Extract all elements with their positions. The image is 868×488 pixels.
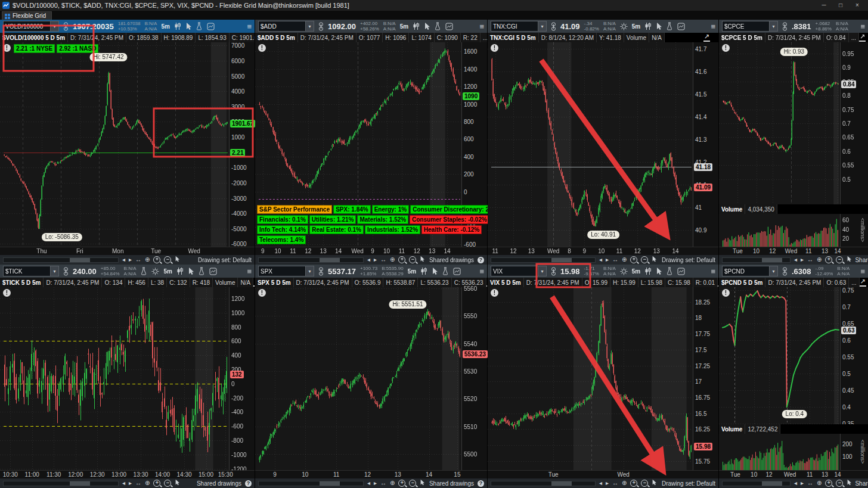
chevron-down-icon[interactable]: ▾ bbox=[50, 266, 58, 276]
scroll-left-icon[interactable]: ◂ bbox=[367, 479, 370, 487]
alert-icon[interactable]: ! bbox=[258, 44, 266, 52]
studies-icon[interactable] bbox=[666, 266, 673, 276]
zoom-out-icon[interactable]: − bbox=[836, 256, 843, 263]
cursor-tool-icon[interactable] bbox=[432, 266, 438, 276]
chart-scrollbar[interactable] bbox=[258, 481, 364, 486]
symbol-combo[interactable]: $TICK ▾ bbox=[3, 266, 59, 276]
scroll-left-icon[interactable]: ◂ bbox=[599, 256, 602, 264]
link-icon[interactable] bbox=[782, 266, 788, 276]
cursor-tool-icon[interactable] bbox=[185, 21, 191, 31]
pan-icon[interactable]: ↔ bbox=[612, 256, 618, 264]
menu-icon[interactable]: ≡ bbox=[479, 21, 484, 31]
menu-icon[interactable]: ≡ bbox=[711, 266, 715, 276]
time-axis[interactable]: TueWed bbox=[488, 470, 718, 478]
chart-style-icon[interactable] bbox=[174, 21, 181, 31]
studies-icon[interactable] bbox=[666, 21, 673, 31]
chart-scrollbar[interactable] bbox=[722, 481, 790, 486]
cursor-icon[interactable] bbox=[420, 479, 424, 488]
fit-scale-icon[interactable]: ↗ bbox=[486, 278, 487, 287]
price-chart[interactable] bbox=[719, 42, 840, 204]
drawing-set-label[interactable]: Shared drawings bbox=[197, 480, 241, 487]
alert-icon[interactable]: ! bbox=[3, 289, 11, 297]
price-chart[interactable] bbox=[255, 287, 461, 471]
drawing-set-label[interactable]: Drawing set: Default bbox=[662, 257, 715, 263]
studies-icon[interactable] bbox=[198, 266, 205, 276]
chevron-down-icon[interactable]: ▾ bbox=[538, 21, 546, 31]
time-axis[interactable]: Tue1012Wed111314 bbox=[719, 247, 868, 255]
cursor-tool-icon[interactable] bbox=[656, 266, 662, 276]
timeframe-button[interactable]: 5m bbox=[161, 23, 169, 30]
pan-icon[interactable]: ↔ bbox=[135, 479, 141, 487]
zoom-out-icon[interactable]: − bbox=[641, 480, 648, 487]
scroll-right-icon[interactable]: ▸ bbox=[374, 256, 377, 264]
chart-scrollbar[interactable] bbox=[722, 257, 790, 263]
scrollbar-thumb[interactable] bbox=[320, 258, 340, 262]
scrollbar-thumb[interactable] bbox=[762, 258, 782, 262]
chart-scrollbar[interactable] bbox=[491, 481, 596, 486]
symbol-combo[interactable]: VOLD/100000 ▾ bbox=[3, 21, 59, 32]
chart-scrollbar[interactable] bbox=[491, 257, 596, 263]
time-axis[interactable]: 111213Wed891011121314 bbox=[488, 247, 718, 255]
zoom-in-icon[interactable]: + bbox=[398, 256, 405, 263]
beaker-icon[interactable] bbox=[140, 266, 147, 276]
crosshair-icon[interactable]: ⊕ bbox=[817, 479, 822, 487]
maximize-button[interactable]: □ bbox=[832, 0, 849, 11]
fit-scale-icon[interactable]: ↗ bbox=[718, 278, 718, 287]
volume-chart[interactable] bbox=[719, 434, 840, 471]
menu-icon[interactable]: ≡ bbox=[247, 21, 252, 31]
menu-icon[interactable]: ≡ bbox=[247, 266, 252, 276]
scrollbar-thumb[interactable] bbox=[762, 481, 782, 486]
scroll-right-icon[interactable]: ▸ bbox=[129, 256, 132, 264]
time-axis[interactable]: 91011121314Wed91011121314 bbox=[255, 247, 487, 255]
scroll-right-icon[interactable]: ▸ bbox=[801, 256, 804, 264]
crosshair-icon[interactable]: ⊕ bbox=[622, 256, 627, 264]
drawing-set-label[interactable]: Shared drawings bbox=[429, 257, 474, 263]
drawing-tools-icon[interactable] bbox=[453, 266, 461, 276]
chevron-down-icon[interactable]: ▾ bbox=[769, 21, 777, 31]
menu-icon[interactable]: ≡ bbox=[860, 266, 865, 276]
price-chart[interactable] bbox=[0, 42, 229, 247]
fit-scale-icon[interactable]: ↗ bbox=[860, 278, 866, 287]
price-axis[interactable]: 55605550554055305520551055005536.23 bbox=[461, 287, 487, 471]
chart-scrollbar[interactable] bbox=[3, 481, 119, 486]
link-icon[interactable] bbox=[63, 266, 69, 276]
zoom-in-icon[interactable]: + bbox=[630, 480, 637, 487]
scrollbar-thumb[interactable] bbox=[70, 258, 90, 262]
drawing-tools-icon[interactable] bbox=[677, 21, 685, 31]
zoom-out-icon[interactable]: − bbox=[164, 480, 171, 487]
menu-icon[interactable]: ≡ bbox=[479, 266, 484, 276]
chevron-down-icon[interactable]: ▾ bbox=[769, 266, 777, 276]
scroll-left-icon[interactable]: ◂ bbox=[599, 479, 602, 487]
tab-flexible-grid[interactable]: Flexible Grid bbox=[2, 11, 52, 20]
timeframe-button[interactable]: 5m bbox=[632, 268, 640, 275]
pan-icon[interactable]: ↔ bbox=[612, 479, 618, 487]
time-axis[interactable]: 9101112131415 bbox=[255, 470, 487, 478]
drawing-tools-icon[interactable] bbox=[209, 266, 217, 276]
link-icon[interactable] bbox=[318, 266, 324, 276]
cursor-tool-icon[interactable] bbox=[188, 266, 194, 276]
cursor-icon[interactable] bbox=[420, 256, 424, 265]
zoom-out-icon[interactable]: − bbox=[641, 256, 648, 263]
drawing-set-label[interactable]: Shared drawings bbox=[855, 257, 868, 263]
zoom-out-icon[interactable]: − bbox=[836, 480, 843, 487]
chevron-down-icon[interactable]: ▾ bbox=[50, 21, 58, 31]
help-icon[interactable]: ? bbox=[245, 480, 252, 487]
timeframe-button[interactable]: 5m bbox=[163, 268, 172, 275]
scroll-right-icon[interactable]: ▸ bbox=[606, 479, 609, 487]
chart-style-icon[interactable] bbox=[413, 21, 420, 31]
symbol-combo[interactable]: SPX ▾ bbox=[258, 266, 314, 276]
studies-icon[interactable] bbox=[196, 21, 203, 31]
price-chart[interactable] bbox=[488, 42, 693, 247]
crosshair-icon[interactable]: ⊕ bbox=[817, 256, 822, 264]
symbol-combo[interactable]: $CPCE ▾ bbox=[722, 21, 778, 32]
scroll-right-icon[interactable]: ▸ bbox=[374, 479, 377, 487]
price-axis[interactable]: 41.741.641.541.441.341.241.14140.941.184… bbox=[693, 42, 718, 247]
close-button[interactable]: × bbox=[849, 0, 866, 11]
drawing-tools-icon[interactable] bbox=[677, 266, 685, 276]
studies-icon[interactable] bbox=[434, 21, 441, 31]
drawing-tools-icon[interactable] bbox=[207, 21, 215, 31]
price-axis[interactable]: 70006000500040003000200010000-1000-2000-… bbox=[229, 42, 255, 247]
scrollbar-thumb[interactable] bbox=[551, 481, 572, 486]
pan-icon[interactable]: ↔ bbox=[807, 479, 813, 487]
alert-icon[interactable]: ! bbox=[258, 289, 266, 297]
